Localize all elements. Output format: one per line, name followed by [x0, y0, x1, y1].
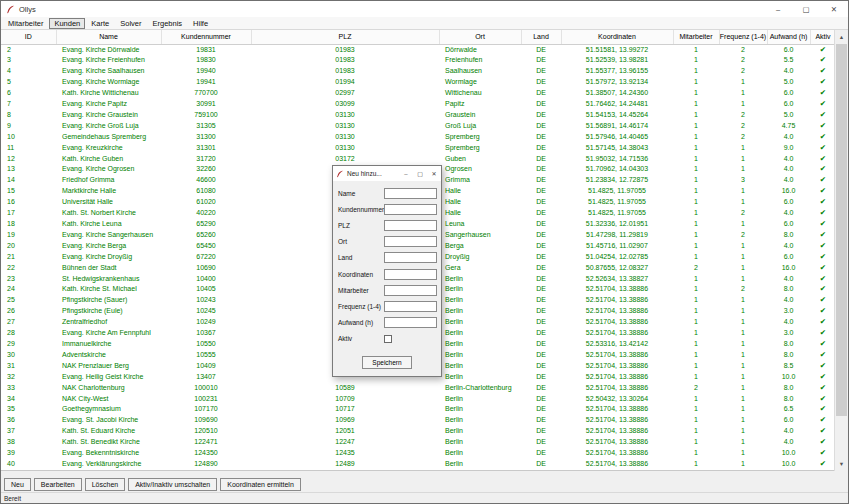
table-scrollbar[interactable]: ▲ ▼: [834, 30, 848, 471]
dialog-controls: – ▢ ✕: [399, 166, 441, 181]
active-check-icon: ✔: [810, 328, 836, 339]
table-row[interactable]: 3Evang. Kirche Freienhufen1983001983Frei…: [1, 55, 836, 66]
menu-karte[interactable]: Karte: [86, 18, 114, 29]
menu-kunden[interactable]: Kunden: [49, 18, 85, 29]
minimize-button[interactable]: –: [764, 1, 792, 17]
table-row[interactable]: 10Gemeindehaus Spremberg3130003130Spremb…: [1, 132, 836, 143]
dialog-input-mitarbeiter[interactable]: [384, 285, 437, 296]
maximize-button[interactable]: ▢: [792, 1, 820, 17]
table-cell: 10717: [251, 404, 439, 415]
table-cell: 4.0: [767, 437, 810, 448]
table-cell: 1: [673, 230, 719, 241]
table-row[interactable]: 37Kath. St. Eduard Kirche12051012051Berl…: [1, 426, 836, 437]
table-cell: 65450: [161, 241, 251, 252]
table-row[interactable]: 38Kath. St. Benedikt Kirche12247112247Be…: [1, 437, 836, 448]
dialog-save-row: Speichern: [333, 351, 441, 369]
scroll-down-icon[interactable]: ▼: [835, 457, 848, 471]
dialog-input-kundennummer[interactable]: [384, 204, 437, 215]
table-row[interactable]: 8Evang. Kirche Graustein75910003130Graus…: [1, 110, 836, 121]
dialog-maximize-button[interactable]: ▢: [413, 166, 427, 181]
scrollbar-thumb[interactable]: [836, 44, 847, 416]
table-cell: 2: [719, 110, 767, 121]
table-cell: 27: [1, 317, 56, 328]
dialog-input-koordinaten[interactable]: [384, 269, 437, 280]
column-header-land[interactable]: Land: [521, 30, 561, 44]
table-row[interactable]: 5Evang. Kirche Wormlage1994101994Wormlag…: [1, 77, 836, 88]
table-cell: Zentralfriedhof: [56, 317, 161, 328]
column-header-koordinaten[interactable]: Koordinaten: [561, 30, 673, 44]
dialog-input-plz[interactable]: [384, 220, 437, 231]
table-cell: Berlin: [439, 317, 521, 328]
table-cell: DE: [521, 88, 561, 99]
table-row[interactable]: 35Goethegymnasium10717010717BerlinDE52.5…: [1, 404, 836, 415]
menu-solver[interactable]: Solver: [115, 18, 146, 29]
active-check-icon: ✔: [810, 394, 836, 405]
save-button[interactable]: Speichern: [362, 356, 411, 369]
table-row[interactable]: 34NAK City-West10023110709BerlinDE52.504…: [1, 394, 836, 405]
dialog-label-name: Name: [338, 190, 384, 197]
toggle-active-button[interactable]: Aktiv/Inaktiv umschalten: [128, 478, 217, 491]
table-cell: 31720: [161, 154, 251, 165]
menu-hilfe[interactable]: Hilfe: [188, 18, 213, 29]
dialog-close-button[interactable]: ✕: [427, 166, 441, 181]
column-header-kundennummer[interactable]: Kundennummer: [161, 30, 251, 44]
table-row[interactable]: 2Evang. Kirche Dörrwalde1983101983Dörrwa…: [1, 44, 836, 55]
dialog-input-frequenz[interactable]: [384, 301, 437, 312]
table-cell: Guben: [439, 154, 521, 165]
menu-mitarbeiter[interactable]: Mitarbeiter: [3, 18, 48, 29]
table-row[interactable]: 6Kath. Kirche Wittichenau77070002997Witt…: [1, 88, 836, 99]
table-row[interactable]: 11Evang. Kreuzkirche3130103130SprembergD…: [1, 143, 836, 154]
column-header-id[interactable]: ID: [1, 30, 56, 44]
table-cell: 4.0: [767, 175, 810, 186]
table-row[interactable]: 7Evang. Kirche Papitz3099103099PapitzDE5…: [1, 99, 836, 110]
table-cell: DE: [521, 317, 561, 328]
delete-button[interactable]: Löschen: [85, 478, 125, 491]
table-cell: Evang. Kirche Graustein: [56, 110, 161, 121]
scroll-up-icon[interactable]: ▲: [835, 30, 848, 44]
dialog-feather-icon: [336, 170, 344, 178]
dialog-input-aufwand[interactable]: [384, 317, 437, 328]
table-row[interactable]: 4Evang. Kirche Saalhausen1994001983Saalh…: [1, 66, 836, 77]
table-cell: 1: [719, 350, 767, 361]
table-cell: Bühnen der Stadt: [56, 263, 161, 274]
table-cell: 23: [1, 274, 56, 285]
column-header-name[interactable]: Name: [56, 30, 161, 44]
dialog-titlebar[interactable]: Neu hinzu... – ▢ ✕: [333, 166, 441, 181]
table-row[interactable]: 39Evang. Bekenntniskirche12435012435Berl…: [1, 448, 836, 459]
table-cell: Wittichenau: [439, 88, 521, 99]
table-row[interactable]: 9Evang. Kirche Groß Luja3130503130Groß L…: [1, 121, 836, 132]
column-header-frequenz-1-4-[interactable]: Frequenz (1-4): [719, 30, 767, 44]
table-row[interactable]: 12Kath. Kirche Guben3172003172GubenDE51.…: [1, 154, 836, 165]
column-header-aktiv[interactable]: Aktiv: [810, 30, 836, 44]
table-cell: 38: [1, 437, 56, 448]
table-row[interactable]: 36Evang. St. Jacobi Kirche10969010969Ber…: [1, 415, 836, 426]
dialog-minimize-button[interactable]: –: [399, 166, 413, 181]
active-check-icon: ✔: [810, 219, 836, 230]
dialog-title: Neu hinzu...: [347, 170, 382, 177]
table-cell: Evang. Kirche Groß Luja: [56, 121, 161, 132]
table-cell: 9.0: [767, 143, 810, 154]
table-cell: DE: [521, 263, 561, 274]
table-row[interactable]: 33NAK Charlottenburg10001010589Berlin-Ch…: [1, 383, 836, 394]
dialog-input-land[interactable]: [384, 252, 437, 263]
edit-button[interactable]: Bearbeiten: [34, 478, 82, 491]
dialog-input-name[interactable]: [384, 188, 437, 199]
menu-ergebnis[interactable]: Ergebnis: [148, 18, 188, 29]
dialog-input-ort[interactable]: [384, 236, 437, 247]
table-cell: 10709: [251, 394, 439, 405]
close-button[interactable]: ✕: [820, 1, 848, 17]
aktiv-checkbox[interactable]: [384, 335, 392, 343]
table-cell: 51.57946, 14.40465: [561, 132, 673, 143]
column-header-aufwand-h-[interactable]: Aufwand (h): [767, 30, 810, 44]
column-header-ort[interactable]: Ort: [439, 30, 521, 44]
table-cell: 6.0: [767, 88, 810, 99]
column-header-plz[interactable]: PLZ: [251, 30, 439, 44]
table-cell: Adventskirche: [56, 350, 161, 361]
table-cell: 1: [673, 295, 719, 306]
new-button[interactable]: Neu: [4, 478, 31, 491]
table-row[interactable]: 40Evang. Verklärungskirche12489012489Ber…: [1, 459, 836, 470]
get-coordinates-button[interactable]: Koordinaten ermitteln: [220, 478, 301, 491]
column-header-mitarbeiter[interactable]: Mitarbeiter: [673, 30, 719, 44]
table-cell: 120510: [161, 426, 251, 437]
table-cell: Berlin: [439, 350, 521, 361]
